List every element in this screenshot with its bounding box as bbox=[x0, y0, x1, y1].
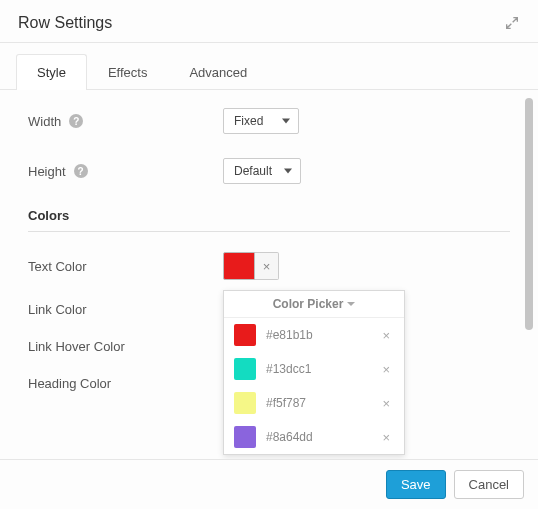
remove-preset-button[interactable]: × bbox=[378, 394, 394, 413]
width-label: Width ? bbox=[28, 114, 223, 129]
modal-footer: Save Cancel bbox=[0, 459, 538, 509]
help-icon[interactable]: ? bbox=[69, 114, 83, 128]
close-icon: × bbox=[382, 430, 390, 445]
height-select[interactable]: Default bbox=[223, 158, 301, 184]
height-label: Height ? bbox=[28, 164, 223, 179]
tab-style[interactable]: Style bbox=[16, 54, 87, 90]
field-height: Height ? Default bbox=[28, 158, 510, 184]
link-hover-color-label: Link Hover Color bbox=[28, 339, 223, 354]
heading-color-label: Heading Color bbox=[28, 376, 223, 391]
preset-swatch bbox=[234, 392, 256, 414]
remove-preset-button[interactable]: × bbox=[378, 360, 394, 379]
preset-swatch bbox=[234, 358, 256, 380]
caret-down-icon bbox=[284, 169, 292, 174]
modal-title: Row Settings bbox=[18, 14, 112, 32]
color-picker-popover: Color Picker #e81b1b × #13dcc1 × #f5f787… bbox=[223, 290, 405, 455]
preset-hex: #f5f787 bbox=[266, 396, 368, 410]
color-preset-3[interactable]: #8a64dd × bbox=[224, 420, 404, 454]
section-divider bbox=[28, 231, 510, 232]
scrollbar-thumb[interactable] bbox=[525, 98, 533, 330]
help-icon[interactable]: ? bbox=[74, 164, 88, 178]
cancel-button[interactable]: Cancel bbox=[454, 470, 524, 499]
tab-effects[interactable]: Effects bbox=[87, 54, 169, 90]
save-button[interactable]: Save bbox=[386, 470, 446, 499]
chevron-down-icon bbox=[347, 302, 355, 306]
color-picker-header[interactable]: Color Picker bbox=[224, 291, 404, 318]
field-width: Width ? Fixed bbox=[28, 108, 510, 134]
preset-hex: #e81b1b bbox=[266, 328, 368, 342]
modal-header: Row Settings bbox=[0, 0, 538, 43]
remove-preset-button[interactable]: × bbox=[378, 326, 394, 345]
content-area: Width ? Fixed Height ? Default Colors Te… bbox=[0, 90, 538, 466]
close-icon: × bbox=[382, 362, 390, 377]
expand-icon[interactable] bbox=[504, 15, 520, 31]
field-text-color: Text Color × bbox=[28, 252, 510, 280]
preset-hex: #13dcc1 bbox=[266, 362, 368, 376]
link-color-label: Link Color bbox=[28, 302, 223, 317]
preset-swatch bbox=[234, 426, 256, 448]
tab-advanced[interactable]: Advanced bbox=[168, 54, 268, 90]
width-select[interactable]: Fixed bbox=[223, 108, 299, 134]
section-colors-title: Colors bbox=[28, 208, 510, 223]
preset-hex: #8a64dd bbox=[266, 430, 368, 444]
color-preset-1[interactable]: #13dcc1 × bbox=[224, 352, 404, 386]
close-icon: × bbox=[263, 259, 271, 274]
close-icon: × bbox=[382, 396, 390, 411]
preset-swatch bbox=[234, 324, 256, 346]
text-color-label: Text Color bbox=[28, 259, 223, 274]
remove-preset-button[interactable]: × bbox=[378, 428, 394, 447]
caret-down-icon bbox=[282, 119, 290, 124]
color-preset-0[interactable]: #e81b1b × bbox=[224, 318, 404, 352]
text-color-swatch[interactable] bbox=[223, 252, 255, 280]
tabs: Style Effects Advanced bbox=[0, 43, 538, 90]
color-preset-2[interactable]: #f5f787 × bbox=[224, 386, 404, 420]
close-icon: × bbox=[382, 328, 390, 343]
clear-text-color-button[interactable]: × bbox=[255, 252, 279, 280]
